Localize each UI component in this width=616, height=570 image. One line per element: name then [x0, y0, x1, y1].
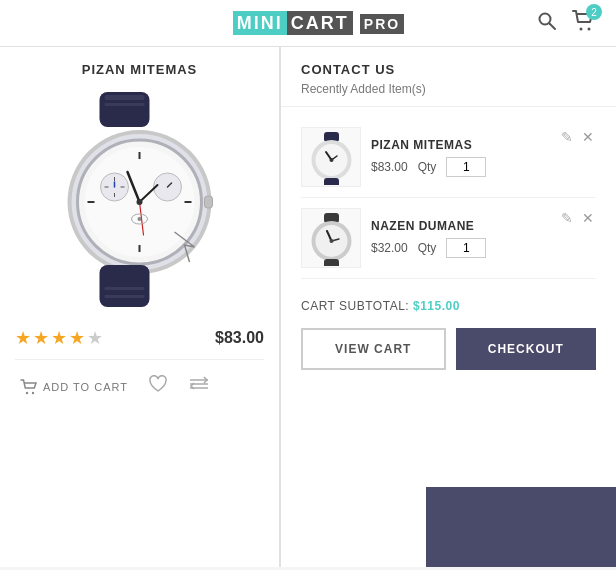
compare-button[interactable]	[183, 370, 215, 403]
item-2-price-row: $32.00 Qty	[371, 238, 596, 258]
subtotal-amount: $115.00	[413, 299, 460, 313]
item-2-price: $32.00	[371, 241, 408, 255]
svg-rect-33	[205, 196, 213, 208]
product-title: PIZAN MITEMAS	[15, 62, 264, 77]
product-actions: ADD TO CART	[15, 359, 264, 403]
star-rating: ★ ★ ★ ★ ★	[15, 327, 103, 349]
logo-pro: PRO	[360, 14, 404, 34]
svg-rect-52	[324, 259, 339, 266]
header: MINICART PRO 2	[0, 0, 616, 47]
svg-rect-32	[105, 295, 145, 298]
svg-point-44	[329, 158, 333, 162]
minicart-panel: CONTACT US Recently Added Item(s)	[280, 47, 616, 567]
cart-icon-wrapper[interactable]: 2	[572, 10, 596, 36]
star-1: ★	[15, 327, 31, 349]
add-to-cart-label: ADD TO CART	[43, 381, 128, 393]
star-3: ★	[51, 327, 67, 349]
svg-rect-31	[105, 287, 145, 290]
product-price: $83.00	[215, 329, 264, 347]
star-5: ★	[87, 327, 103, 349]
item-1-controls: ✎ ✕	[559, 127, 596, 147]
site-logo: MINICART PRO	[233, 13, 404, 34]
svg-point-2	[579, 28, 582, 31]
product-image	[15, 87, 264, 317]
header-icons: 2	[537, 10, 596, 36]
item-2-thumbnail	[301, 208, 361, 268]
item-1-price: $83.00	[371, 160, 408, 174]
svg-line-1	[549, 23, 555, 29]
logo-highlight: MINI	[233, 11, 287, 35]
svg-point-51	[329, 239, 333, 243]
item-1-price-row: $83.00 Qty	[371, 157, 596, 177]
item-1-remove-button[interactable]: ✕	[580, 127, 596, 147]
svg-point-35	[32, 391, 34, 393]
item-1-qty-label: Qty	[418, 160, 437, 174]
cart-action-buttons: VIEW CART CHECKOUT	[281, 323, 616, 385]
add-to-cart-button[interactable]: ADD TO CART	[15, 374, 133, 400]
star-4: ★	[69, 327, 85, 349]
cart-badge: 2	[586, 4, 602, 20]
svg-point-27	[137, 199, 143, 205]
view-cart-button[interactable]: VIEW CART	[301, 328, 446, 370]
recently-added-label: Recently Added Item(s)	[301, 82, 596, 96]
main-layout: PIZAN MITEMAS	[0, 47, 616, 567]
svg-point-29	[138, 217, 142, 221]
item-2-qty-label: Qty	[418, 241, 437, 255]
cart-add-icon	[20, 379, 38, 395]
star-2: ★	[33, 327, 49, 349]
checkout-button[interactable]: CHECKOUT	[456, 328, 597, 370]
item-2-edit-button[interactable]: ✎	[559, 208, 575, 228]
svg-point-34	[26, 391, 28, 393]
item-2-qty-input[interactable]	[446, 238, 486, 258]
svg-rect-5	[105, 95, 145, 100]
cart-item-1: PIZAN MITEMAS $83.00 Qty ✎ ✕	[301, 117, 596, 198]
compare-icon	[188, 375, 210, 393]
minicart-header: CONTACT US Recently Added Item(s)	[281, 47, 616, 107]
item-1-qty-input[interactable]	[446, 157, 486, 177]
item-1-edit-button[interactable]: ✎	[559, 127, 575, 147]
cart-item-2: NAZEN DUMANE $32.00 Qty ✎ ✕	[301, 198, 596, 279]
item-1-thumbnail	[301, 127, 361, 187]
cart-items-list: PIZAN MITEMAS $83.00 Qty ✎ ✕	[281, 107, 616, 289]
search-icon[interactable]	[537, 11, 557, 36]
logo-cart: CART	[287, 11, 353, 35]
item-2-remove-button[interactable]: ✕	[580, 208, 596, 228]
bottom-dark-area	[426, 487, 616, 567]
svg-rect-30	[100, 265, 150, 307]
cart-subtotal: CART SUBTOTAL: $115.00	[281, 289, 616, 323]
heart-icon	[148, 375, 168, 393]
product-rating-row: ★ ★ ★ ★ ★ $83.00	[15, 327, 264, 349]
svg-point-3	[587, 28, 590, 31]
svg-rect-45	[324, 178, 339, 185]
item-2-controls: ✎ ✕	[559, 208, 596, 228]
svg-rect-6	[105, 103, 145, 106]
product-panel: PIZAN MITEMAS	[0, 47, 280, 567]
minicart-title: CONTACT US	[301, 62, 596, 77]
wishlist-button[interactable]	[143, 370, 173, 403]
subtotal-label: CART SUBTOTAL:	[301, 299, 409, 313]
